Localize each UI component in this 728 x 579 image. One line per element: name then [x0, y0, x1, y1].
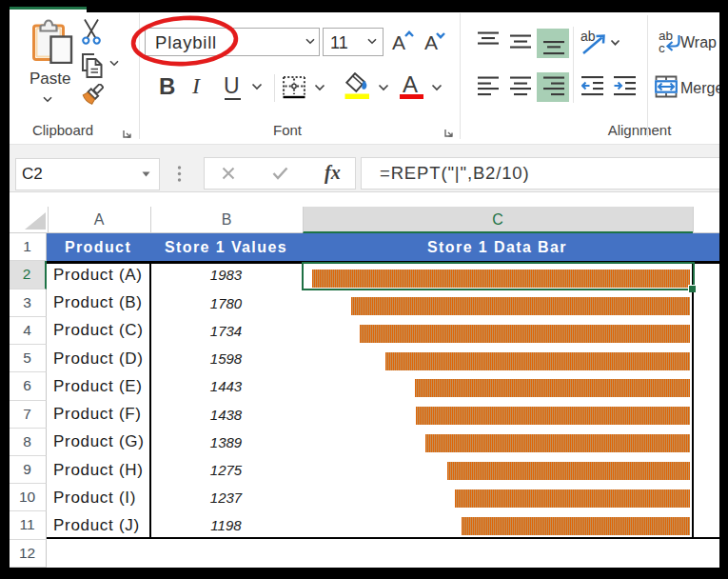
svg-text:ab: ab — [580, 29, 596, 44]
svg-text:c: c — [659, 41, 665, 54]
